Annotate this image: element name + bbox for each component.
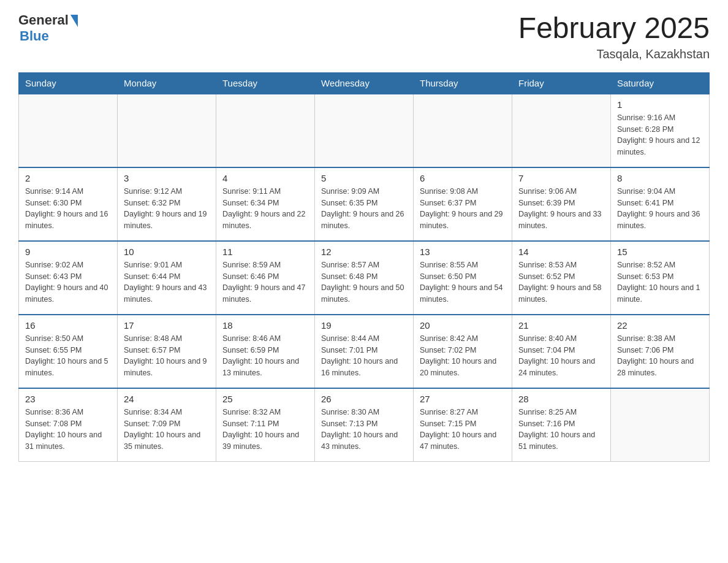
day-info: Sunrise: 8:36 AMSunset: 7:08 PMDaylight:… <box>25 407 111 453</box>
calendar-cell: 28Sunrise: 8:25 AMSunset: 7:16 PMDayligh… <box>512 388 611 462</box>
day-number: 17 <box>124 320 210 331</box>
calendar-cell: 8Sunrise: 9:04 AMSunset: 6:41 PMDaylight… <box>611 167 710 241</box>
day-info: Sunrise: 8:42 AMSunset: 7:02 PMDaylight:… <box>420 333 506 379</box>
day-number: 5 <box>321 173 407 183</box>
weekday-header-tuesday: Tuesday <box>216 72 315 94</box>
calendar-cell: 12Sunrise: 8:57 AMSunset: 6:48 PMDayligh… <box>315 241 414 315</box>
day-info: Sunrise: 9:16 AMSunset: 6:28 PMDaylight:… <box>617 112 703 158</box>
day-info: Sunrise: 8:44 AMSunset: 7:01 PMDaylight:… <box>321 333 407 379</box>
day-number: 12 <box>321 247 407 257</box>
weekday-header-saturday: Saturday <box>611 72 710 94</box>
calendar-cell <box>512 94 611 167</box>
day-number: 18 <box>222 320 308 331</box>
day-number: 25 <box>222 394 308 404</box>
day-info: Sunrise: 8:50 AMSunset: 6:55 PMDaylight:… <box>25 333 111 379</box>
weekday-header-row: SundayMondayTuesdayWednesdayThursdayFrid… <box>19 72 710 94</box>
day-number: 27 <box>420 394 506 404</box>
logo: General Blue <box>18 12 78 44</box>
week-row-2: 2Sunrise: 9:14 AMSunset: 6:30 PMDaylight… <box>19 167 710 241</box>
day-number: 28 <box>518 394 604 404</box>
weekday-header-friday: Friday <box>512 72 611 94</box>
title-area: February 2025 Tasqala, Kazakhstan <box>518 12 710 61</box>
calendar-cell: 18Sunrise: 8:46 AMSunset: 6:59 PMDayligh… <box>216 315 315 388</box>
day-info: Sunrise: 8:25 AMSunset: 7:16 PMDaylight:… <box>518 407 604 453</box>
day-number: 14 <box>518 247 604 257</box>
day-number: 3 <box>124 173 210 183</box>
day-info: Sunrise: 8:52 AMSunset: 6:53 PMDaylight:… <box>617 259 703 305</box>
calendar-cell <box>611 388 710 462</box>
day-number: 8 <box>617 173 703 183</box>
week-row-1: 1Sunrise: 9:16 AMSunset: 6:28 PMDaylight… <box>19 94 710 167</box>
day-info: Sunrise: 9:14 AMSunset: 6:30 PMDaylight:… <box>25 186 111 232</box>
day-number: 6 <box>420 173 506 183</box>
day-info: Sunrise: 9:04 AMSunset: 6:41 PMDaylight:… <box>617 186 703 232</box>
day-info: Sunrise: 8:55 AMSunset: 6:50 PMDaylight:… <box>420 259 506 305</box>
day-info: Sunrise: 8:27 AMSunset: 7:15 PMDaylight:… <box>420 407 506 453</box>
calendar-cell: 3Sunrise: 9:12 AMSunset: 6:32 PMDaylight… <box>118 167 216 241</box>
day-info: Sunrise: 8:30 AMSunset: 7:13 PMDaylight:… <box>321 407 407 453</box>
day-number: 21 <box>518 320 604 331</box>
day-info: Sunrise: 8:38 AMSunset: 7:06 PMDaylight:… <box>617 333 703 379</box>
day-info: Sunrise: 8:46 AMSunset: 6:59 PMDaylight:… <box>222 333 308 379</box>
calendar-cell: 24Sunrise: 8:34 AMSunset: 7:09 PMDayligh… <box>118 388 216 462</box>
calendar-cell <box>216 94 315 167</box>
day-info: Sunrise: 8:40 AMSunset: 7:04 PMDaylight:… <box>518 333 604 379</box>
day-number: 9 <box>25 247 111 257</box>
calendar-cell: 26Sunrise: 8:30 AMSunset: 7:13 PMDayligh… <box>315 388 414 462</box>
week-row-3: 9Sunrise: 9:02 AMSunset: 6:43 PMDaylight… <box>19 241 710 315</box>
week-row-5: 23Sunrise: 8:36 AMSunset: 7:08 PMDayligh… <box>19 388 710 462</box>
calendar-cell: 20Sunrise: 8:42 AMSunset: 7:02 PMDayligh… <box>414 315 512 388</box>
logo-arrow-icon <box>70 15 78 27</box>
calendar-cell: 5Sunrise: 9:09 AMSunset: 6:35 PMDaylight… <box>315 167 414 241</box>
day-info: Sunrise: 8:34 AMSunset: 7:09 PMDaylight:… <box>124 407 210 453</box>
calendar-cell: 21Sunrise: 8:40 AMSunset: 7:04 PMDayligh… <box>512 315 611 388</box>
day-number: 2 <box>25 173 111 183</box>
day-number: 15 <box>617 247 703 257</box>
day-info: Sunrise: 9:06 AMSunset: 6:39 PMDaylight:… <box>518 186 604 232</box>
day-number: 26 <box>321 394 407 404</box>
calendar-cell: 6Sunrise: 9:08 AMSunset: 6:37 PMDaylight… <box>414 167 512 241</box>
weekday-header-wednesday: Wednesday <box>315 72 414 94</box>
calendar-cell: 17Sunrise: 8:48 AMSunset: 6:57 PMDayligh… <box>118 315 216 388</box>
calendar-table: SundayMondayTuesdayWednesdayThursdayFrid… <box>18 72 710 462</box>
weekday-header-sunday: Sunday <box>19 72 118 94</box>
day-info: Sunrise: 8:32 AMSunset: 7:11 PMDaylight:… <box>222 407 308 453</box>
calendar-cell: 27Sunrise: 8:27 AMSunset: 7:15 PMDayligh… <box>414 388 512 462</box>
day-number: 23 <box>25 394 111 404</box>
day-number: 16 <box>25 320 111 331</box>
week-row-4: 16Sunrise: 8:50 AMSunset: 6:55 PMDayligh… <box>19 315 710 388</box>
day-number: 11 <box>222 247 308 257</box>
day-info: Sunrise: 9:02 AMSunset: 6:43 PMDaylight:… <box>25 259 111 305</box>
calendar-cell: 9Sunrise: 9:02 AMSunset: 6:43 PMDaylight… <box>19 241 118 315</box>
day-info: Sunrise: 8:53 AMSunset: 6:52 PMDaylight:… <box>518 259 604 305</box>
logo-blue-text: Blue <box>20 28 49 44</box>
logo-general-text: General <box>18 12 69 28</box>
day-info: Sunrise: 9:12 AMSunset: 6:32 PMDaylight:… <box>124 186 210 232</box>
day-number: 1 <box>617 99 703 110</box>
day-info: Sunrise: 9:01 AMSunset: 6:44 PMDaylight:… <box>124 259 210 305</box>
calendar-cell: 4Sunrise: 9:11 AMSunset: 6:34 PMDaylight… <box>216 167 315 241</box>
month-title: February 2025 <box>518 12 710 45</box>
day-info: Sunrise: 8:59 AMSunset: 6:46 PMDaylight:… <box>222 259 308 305</box>
day-number: 20 <box>420 320 506 331</box>
day-info: Sunrise: 9:08 AMSunset: 6:37 PMDaylight:… <box>420 186 506 232</box>
day-number: 24 <box>124 394 210 404</box>
calendar-cell: 23Sunrise: 8:36 AMSunset: 7:08 PMDayligh… <box>19 388 118 462</box>
calendar-cell: 14Sunrise: 8:53 AMSunset: 6:52 PMDayligh… <box>512 241 611 315</box>
day-number: 22 <box>617 320 703 331</box>
weekday-header-thursday: Thursday <box>414 72 512 94</box>
calendar-cell: 13Sunrise: 8:55 AMSunset: 6:50 PMDayligh… <box>414 241 512 315</box>
calendar-cell <box>19 94 118 167</box>
calendar-cell <box>414 94 512 167</box>
calendar-cell <box>118 94 216 167</box>
calendar-cell: 25Sunrise: 8:32 AMSunset: 7:11 PMDayligh… <box>216 388 315 462</box>
calendar-cell: 15Sunrise: 8:52 AMSunset: 6:53 PMDayligh… <box>611 241 710 315</box>
calendar-cell: 22Sunrise: 8:38 AMSunset: 7:06 PMDayligh… <box>611 315 710 388</box>
day-number: 7 <box>518 173 604 183</box>
day-number: 4 <box>222 173 308 183</box>
day-info: Sunrise: 8:48 AMSunset: 6:57 PMDaylight:… <box>124 333 210 379</box>
weekday-header-monday: Monday <box>118 72 216 94</box>
day-info: Sunrise: 8:57 AMSunset: 6:48 PMDaylight:… <box>321 259 407 305</box>
day-number: 13 <box>420 247 506 257</box>
page-header: General Blue February 2025 Tasqala, Kaza… <box>18 12 710 61</box>
